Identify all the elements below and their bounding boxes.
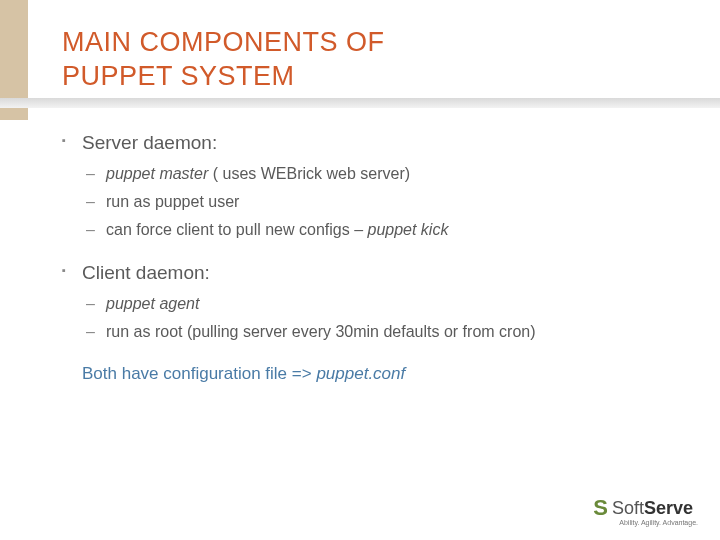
logo-row: S SoftServe [593,495,698,521]
slide-title: MAIN COMPONENTS OF PUPPET SYSTEM [62,26,385,94]
bullet-list-level2: puppet master ( uses WEBrick web server)… [82,162,660,242]
list-item: can force client to pull new configs – p… [82,218,660,242]
logo-mark-icon: S [593,495,608,521]
footer-note: Both have configuration file => puppet.c… [82,364,660,384]
list-item: puppet agent [82,292,660,316]
title-line-1: MAIN COMPONENTS OF [62,27,385,57]
section-heading: Server daemon: [82,132,217,153]
title-line-2: PUPPET SYSTEM [62,61,295,91]
header-band [0,98,720,108]
list-item: run as root (pulling server every 30min … [82,320,660,344]
slide-content: Server daemon: puppet master ( uses WEBr… [62,132,660,384]
section-client-daemon: Client daemon: puppet agent run as root … [62,262,660,344]
list-item: puppet master ( uses WEBrick web server) [82,162,660,186]
section-heading: Client daemon: [82,262,210,283]
logo-text: SoftServe [612,498,693,519]
bullet-list-level1: Server daemon: puppet master ( uses WEBr… [62,132,660,344]
softserve-logo: S SoftServe Ability. Agility. Advantage. [593,495,698,526]
section-server-daemon: Server daemon: puppet master ( uses WEBr… [62,132,660,242]
logo-tagline: Ability. Agility. Advantage. [619,519,698,526]
bullet-list-level2: puppet agent run as root (pulling server… [82,292,660,344]
list-item: run as puppet user [82,190,660,214]
